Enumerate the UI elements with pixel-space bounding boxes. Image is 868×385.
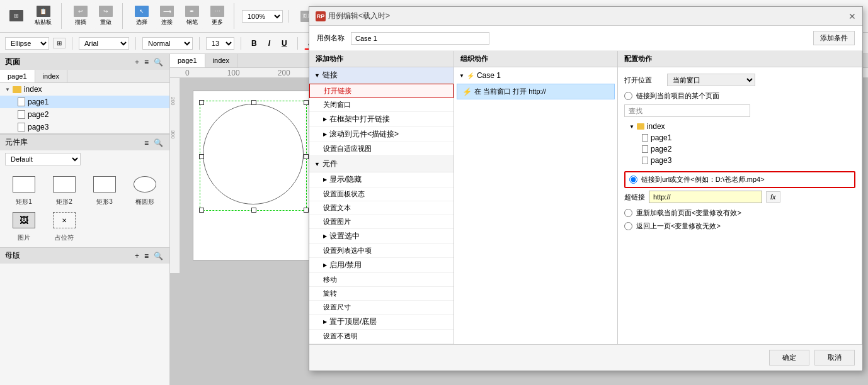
comp-search-btn[interactable]: 🔍	[152, 138, 164, 147]
size-select[interactable]: 13	[206, 37, 234, 50]
handle-bottom-left[interactable]	[199, 208, 204, 213]
connect-btn[interactable]: ⟶ 连接	[156, 3, 178, 29]
handle-bottom-right[interactable]	[304, 208, 309, 213]
config-tree-page2[interactable]: page2	[629, 143, 855, 155]
shape-select[interactable]: Ellipse	[5, 37, 49, 50]
action-set-image[interactable]: 设置图片	[309, 215, 454, 229]
undo-btn[interactable]: ↩ 描摘	[69, 3, 92, 29]
action-opacity[interactable]: 设置不透明	[309, 330, 454, 343]
pages-menu-btn[interactable]: ≡	[143, 58, 150, 67]
handle-top-right[interactable]	[304, 100, 309, 105]
action-enable-disable[interactable]: ▶ 启用/禁用	[309, 258, 454, 273]
action-set-selected[interactable]: ▶ 设置选中	[309, 229, 454, 244]
file-group: ⊞ 📋 粘贴板	[5, 3, 62, 29]
radio-back[interactable]	[624, 222, 632, 230]
action-group-header-links[interactable]: ▼ 链接	[309, 67, 454, 84]
canvas-tab-page1[interactable]: page1	[170, 54, 205, 67]
handle-top-left[interactable]	[199, 100, 204, 105]
action-set-panel[interactable]: 设置面板状态	[309, 187, 454, 201]
shape-props-btn[interactable]: ⊞	[53, 38, 66, 48]
case-name-input[interactable]	[351, 32, 489, 45]
comp-item-image[interactable]: 🖼 图片	[5, 209, 43, 242]
config-tree-page2-label: page2	[651, 145, 671, 153]
ok-button[interactable]: 确定	[769, 350, 809, 365]
master-add-btn[interactable]: +	[134, 252, 140, 260]
select-btn[interactable]: ↖ 选择	[130, 3, 153, 29]
more-btn[interactable]: ⋯ 更多	[206, 3, 229, 29]
redo-btn[interactable]: ↪ 重做	[94, 3, 117, 29]
chevron-right-icon3: ▶	[323, 131, 327, 137]
tree-label-index: index	[24, 85, 42, 94]
comp-item-rect1[interactable]: 矩形1	[5, 173, 43, 206]
config-tree-page1[interactable]: page1	[629, 132, 855, 143]
action-layer[interactable]: ▶ 置于顶层/底层	[309, 315, 454, 330]
tab-index[interactable]: index	[35, 70, 67, 82]
hyperlink-input[interactable]	[649, 191, 762, 203]
canvas-tab-index[interactable]: index	[205, 54, 237, 67]
action-move[interactable]: 移动	[309, 273, 454, 287]
action-group-header-elements[interactable]: ▼ 元件	[309, 156, 454, 172]
master-panel: 母版 + ≡ 🔍	[0, 247, 169, 264]
tree-item-page1[interactable]: page1	[0, 96, 169, 108]
handle-mid-bottom[interactable]	[251, 208, 256, 213]
comp-item-rect3[interactable]: 矩形3	[86, 173, 123, 206]
action-set-size[interactable]: 设置尺寸	[309, 301, 454, 315]
handle-mid-left[interactable]	[199, 154, 204, 159]
action-show-hide[interactable]: ▶ 显示/隐藏	[309, 172, 454, 187]
action-scroll-to[interactable]: ▶ 滚动到元件<描链接>	[309, 127, 454, 142]
action-group-links-label: 链接	[323, 70, 338, 81]
pen-btn[interactable]: ✒ 钢笔	[181, 3, 203, 29]
pages-add-btn[interactable]: +	[134, 58, 140, 67]
open-location-select[interactable]: 当前窗口	[667, 74, 755, 86]
font-select[interactable]: Arial	[79, 37, 129, 50]
action-set-text[interactable]: 设置文本	[309, 201, 454, 215]
add-condition-btn[interactable]: 添加条件	[813, 31, 855, 45]
radio-link-page[interactable]	[624, 92, 632, 100]
use-case-editor-modal: RP 用例编辑<载入时> ✕ 用例名称 添加条件 添加动作	[309, 6, 863, 371]
case-action-item[interactable]: ⚡ 在 当前窗口 打开 http://	[457, 84, 615, 99]
fx-button[interactable]: fx	[766, 191, 780, 203]
underline-btn[interactable]: U	[278, 37, 291, 50]
cancel-button[interactable]: 取消	[814, 350, 855, 365]
undo-label: 描摘	[75, 18, 86, 26]
zoom-select[interactable]: 100%	[242, 10, 283, 23]
modal-close-btn[interactable]: ✕	[848, 11, 856, 21]
case-root-item: ▼ ⚡ Case 1	[457, 70, 615, 81]
config-tree-page1-label: page1	[651, 133, 671, 142]
modal-columns: 添加动作 ▼ 链接 打开链接 关闭窗口 ▶ 在框架中	[309, 51, 862, 344]
master-search-btn[interactable]: 🔍	[152, 252, 164, 260]
new-btn[interactable]: ⊞	[5, 8, 28, 25]
config-tree-page3-label: page3	[651, 156, 671, 165]
radio-back-row: 返回上一页<变量修改无效>	[624, 221, 855, 231]
config-tree-page3[interactable]: page3	[629, 155, 855, 166]
handle-mid-right[interactable]	[304, 154, 309, 159]
comp-menu-btn[interactable]: ≡	[143, 138, 150, 147]
handle-mid-top[interactable]	[251, 100, 256, 105]
comp-item-ellipse[interactable]: 椭圆形	[126, 173, 164, 206]
canvas-ellipse[interactable]	[203, 104, 304, 204]
comp-item-rect2[interactable]: 矩形2	[45, 173, 83, 206]
action-close-window[interactable]: 关闭窗口	[309, 98, 454, 112]
paste-btn[interactable]: 📋 粘贴板	[30, 3, 56, 29]
action-set-list[interactable]: 设置列表选中项	[309, 244, 454, 258]
radio-back-label: 返回上一页<变量修改无效>	[636, 221, 721, 231]
action-rotate[interactable]: 旋转	[309, 287, 454, 301]
pages-search-btn[interactable]: 🔍	[152, 58, 164, 67]
tree-item-page3[interactable]: page3	[0, 121, 169, 133]
action-open-link[interactable]: 打开链接	[309, 84, 454, 98]
radio-reload[interactable]	[624, 209, 632, 217]
bold-btn[interactable]: B	[248, 37, 261, 50]
comp-library-select[interactable]: Default	[5, 153, 81, 165]
tree-item-index[interactable]: ▼ index	[0, 83, 169, 96]
master-menu-btn[interactable]: ≡	[143, 252, 150, 260]
action-open-in-frame[interactable]: ▶ 在框架中打开链接	[309, 112, 454, 127]
italic-btn[interactable]: I	[265, 37, 274, 50]
style-select[interactable]: Normal	[142, 37, 193, 50]
action-adaptive-view[interactable]: 设置自适应视图	[309, 142, 454, 156]
config-search-input[interactable]	[624, 104, 750, 117]
tree-item-page2[interactable]: page2	[0, 108, 169, 121]
comp-item-placeholder[interactable]: ✕ 占位符	[45, 209, 83, 242]
radio-link-url[interactable]	[629, 176, 637, 184]
config-tree-index[interactable]: ▼ index	[629, 121, 855, 132]
tab-page1[interactable]: page1	[0, 70, 35, 82]
